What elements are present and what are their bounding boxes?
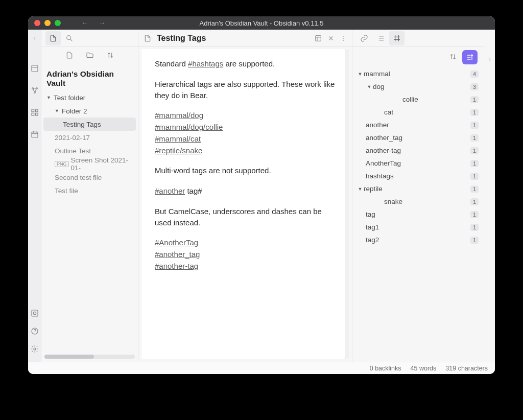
paragraph: Multi-word tags are not supported. (155, 165, 336, 176)
file-tree-item[interactable]: ▼Test folder (43, 91, 136, 104)
tag-pane-item[interactable]: AnotherTag1 (356, 157, 481, 170)
svg-rect-14 (316, 35, 321, 41)
nav-back-button[interactable]: ← (81, 19, 88, 27)
hashtag-link[interactable]: #another (155, 186, 185, 195)
settings-icon[interactable] (31, 345, 39, 355)
hashtag-link[interactable]: #another_tag (155, 249, 200, 260)
paragraph: #another tag# (155, 185, 336, 197)
hashtag-link[interactable]: #mammal/dog/collie (155, 122, 223, 133)
canvas-icon[interactable] (31, 108, 39, 118)
svg-rect-4 (32, 109, 34, 112)
close-pane-icon[interactable] (327, 35, 335, 42)
svg-rect-9 (32, 310, 38, 316)
outline-tab[interactable] (373, 31, 388, 45)
backlinks-tab[interactable] (356, 31, 372, 45)
tag-pane-item[interactable]: tag1 (356, 208, 481, 221)
svg-point-13 (67, 35, 71, 39)
tag-pane-item[interactable]: another1 (356, 119, 481, 131)
tag-list: #AnotherTag#another_tag#another-tag (155, 237, 336, 271)
tag-pane-item[interactable]: ▼mammal4 (356, 67, 481, 80)
right-sidebar-tabs (352, 30, 485, 47)
hashtag-link[interactable]: #reptile/snake (155, 145, 202, 156)
tag-list: #mammal/dog#mammal/dog/collie#mammal/cat… (155, 110, 336, 156)
minimize-window-button[interactable] (44, 20, 51, 26)
hashtag-link[interactable]: #mammal/dog (155, 110, 203, 121)
tag-pane-item[interactable]: cat1 (356, 106, 481, 119)
file-tree-item[interactable]: Second test file (43, 171, 136, 184)
svg-point-10 (33, 312, 36, 314)
nav-forward-button[interactable]: → (99, 19, 106, 27)
tag-pane-tools (352, 47, 485, 67)
hashtag-link[interactable]: #hashtags (188, 59, 223, 68)
main-area: ‹ Adrian's Obsidian Vault ▼Tes (28, 30, 495, 362)
svg-point-17 (343, 40, 344, 41)
search-tab[interactable] (62, 31, 77, 45)
hashtag-link[interactable]: #another-tag (155, 261, 198, 272)
editor-pane: Testing Tags Standard #hashtags are supp… (138, 30, 352, 362)
hashtag-link[interactable]: #mammal/cat (155, 133, 201, 145)
traffic-lights (28, 20, 61, 26)
status-bar: 0 backlinks 45 words 319 characters (28, 362, 495, 374)
note-title[interactable]: Testing Tags (157, 34, 309, 43)
tag-pane-item[interactable]: another_tag1 (356, 131, 481, 144)
titlebar: ← → Adrian's Obsidian Vault - Obsidian v… (28, 16, 495, 30)
right-sidebar: ▼mammal4▼dog3collie1cat1another1another_… (352, 30, 485, 362)
graph-icon[interactable] (31, 86, 39, 96)
help-icon[interactable] (31, 327, 39, 337)
svg-rect-5 (35, 109, 38, 112)
tag-pane-item[interactable]: ▼dog3 (356, 80, 481, 93)
tag-pane-item[interactable]: another-tag1 (356, 144, 481, 157)
note-icon (144, 34, 152, 42)
chevron-left-icon[interactable]: ‹ (33, 34, 36, 42)
file-tree-item[interactable]: Outline Test (43, 144, 136, 157)
tag-pane-item[interactable]: hashtags1 (356, 170, 481, 182)
svg-point-16 (343, 38, 344, 39)
svg-point-12 (34, 348, 36, 350)
horizontal-scrollbar[interactable] (44, 355, 135, 359)
word-count: 45 words (411, 365, 437, 372)
sort-icon[interactable] (106, 51, 114, 61)
sort-tags-icon[interactable] (449, 53, 457, 62)
new-note-icon[interactable] (65, 51, 74, 61)
char-count: 319 characters (445, 365, 488, 372)
svg-rect-8 (32, 132, 38, 137)
collapse-right-icon[interactable]: › (485, 30, 495, 362)
tag-pane-item[interactable]: tag11 (356, 221, 481, 234)
hashtag-link[interactable]: #AnotherTag (155, 237, 198, 248)
svg-point-15 (343, 35, 344, 36)
svg-point-3 (34, 92, 35, 94)
file-tree-item[interactable]: Testing Tags (43, 118, 136, 131)
left-sidebar-tabs (41, 30, 138, 47)
vault-icon[interactable] (31, 309, 39, 319)
file-tree-item[interactable]: PNGScreen Shot 2021-01- (43, 157, 136, 171)
preview-mode-icon[interactable] (314, 34, 322, 42)
file-tree-item[interactable]: 2021-02-17 (43, 131, 136, 144)
backlinks-count: 0 backlinks (370, 365, 401, 372)
collapse-tags-button[interactable] (462, 50, 478, 64)
tag-pane-item[interactable]: tag21 (356, 234, 481, 246)
file-explorer-sidebar: Adrian's Obsidian Vault ▼Test folder▼Fol… (41, 30, 138, 362)
svg-rect-7 (35, 113, 38, 115)
paragraph: Hierarchical tags are also supported. Th… (155, 79, 336, 101)
svg-rect-6 (32, 113, 34, 115)
vault-title: Adrian's Obsidian Vault (41, 65, 138, 91)
tag-pane-list: ▼mammal4▼dog3collie1cat1another1another_… (352, 67, 485, 362)
quick-switcher-icon[interactable] (31, 64, 39, 74)
new-folder-icon[interactable] (86, 51, 94, 61)
files-tab[interactable] (45, 31, 61, 45)
editor-body[interactable]: Standard #hashtags are supported. Hierar… (141, 49, 349, 359)
tag-pane-item[interactable]: ▼reptile1 (356, 182, 481, 195)
close-window-button[interactable] (34, 20, 40, 26)
file-tree-item[interactable]: ▼Folder 2 (43, 104, 136, 118)
file-explorer-tools (41, 47, 138, 65)
editor-header: Testing Tags (138, 30, 352, 47)
paragraph: Standard #hashtags are supported. (155, 58, 336, 69)
more-options-icon[interactable] (340, 35, 347, 42)
daily-note-icon[interactable] (31, 130, 39, 140)
nav-arrows: ← → (81, 19, 106, 27)
maximize-window-button[interactable] (55, 20, 61, 26)
tag-pane-item[interactable]: snake1 (356, 195, 481, 208)
tags-tab[interactable] (389, 31, 405, 45)
file-tree-item[interactable]: Test file (43, 184, 136, 197)
tag-pane-item[interactable]: collie1 (356, 93, 481, 106)
